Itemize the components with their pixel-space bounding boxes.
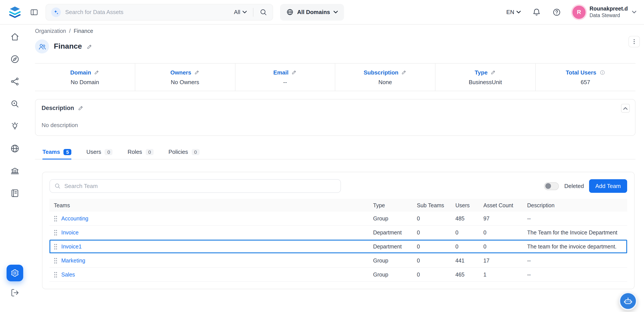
cell-type: Department bbox=[373, 243, 417, 250]
global-search-bar[interactable]: All bbox=[46, 4, 273, 20]
edit-email-icon[interactable] bbox=[292, 70, 297, 75]
teams-table: Teams Type Sub Teams Users Asset Count D… bbox=[50, 199, 627, 282]
edit-title-icon[interactable] bbox=[87, 44, 92, 49]
tab-roles-count: 0 bbox=[146, 149, 154, 155]
breadcrumb-separator: / bbox=[69, 28, 71, 34]
logout-icon[interactable] bbox=[10, 288, 19, 297]
divider bbox=[253, 8, 254, 17]
user-menu[interactable]: R Rounakpreet.d Data Steward bbox=[572, 6, 636, 19]
main-content: Organization / Finance Finance bbox=[30, 25, 644, 312]
teams-panel: Deleted Add Team Teams Type Sub Teams Us… bbox=[42, 172, 634, 289]
cell-description: -- bbox=[527, 257, 627, 264]
sidebar-toggle-icon[interactable] bbox=[30, 8, 38, 17]
title-row: Finance bbox=[35, 40, 635, 54]
search-scope-dropdown[interactable]: All bbox=[234, 9, 247, 15]
cell-users: 0 bbox=[455, 229, 484, 236]
team-search-box[interactable] bbox=[50, 179, 341, 193]
search-input[interactable] bbox=[65, 9, 230, 15]
info-owners-label: Owners bbox=[170, 69, 191, 76]
cell-asset-count: 1 bbox=[484, 271, 527, 278]
team-link[interactable]: Sales bbox=[61, 271, 75, 278]
table-row-invoice1-highlighted: Invoice1 Department 0 0 0 The team for t… bbox=[50, 240, 627, 254]
sidebar-settings-button[interactable] bbox=[6, 265, 23, 281]
sidebar-insights-icon[interactable] bbox=[10, 121, 20, 131]
tab-users-label: Users bbox=[86, 148, 101, 155]
info-type-value: BusinessUnit bbox=[469, 79, 502, 85]
help-icon[interactable] bbox=[552, 8, 561, 17]
sidebar-home-icon[interactable] bbox=[10, 32, 20, 42]
chatbot-button[interactable] bbox=[618, 292, 637, 310]
chevron-up-icon bbox=[623, 107, 627, 110]
domains-filter-button[interactable]: All Domains bbox=[280, 4, 344, 20]
info-type: Type BusinessUnit bbox=[436, 64, 536, 91]
cell-sub-teams: 0 bbox=[417, 215, 455, 222]
deleted-toggle-label: Deleted bbox=[564, 183, 584, 189]
breadcrumb-organization[interactable]: Organization bbox=[35, 28, 66, 34]
sidebar-govern-icon[interactable] bbox=[10, 166, 20, 176]
search-submit-icon[interactable] bbox=[260, 8, 268, 16]
tab-policies-label: Policies bbox=[168, 148, 188, 155]
info-subscription-value: None bbox=[378, 79, 392, 85]
table-row-accounting: Accounting Group 0 485 97 -- bbox=[50, 212, 627, 226]
info-email-label: Email bbox=[273, 69, 288, 76]
app-logo[interactable] bbox=[0, 5, 30, 19]
search-scope-label: All bbox=[234, 9, 240, 15]
cell-description: -- bbox=[527, 271, 627, 278]
drag-handle-icon[interactable] bbox=[54, 229, 57, 236]
team-avatar bbox=[35, 40, 49, 54]
info-owners: Owners No Owners bbox=[135, 64, 236, 91]
cell-description: The team for the invoice department. bbox=[527, 243, 627, 250]
sidebar-explore-icon[interactable] bbox=[10, 54, 20, 64]
edit-subscription-icon[interactable] bbox=[402, 70, 407, 75]
cell-sub-teams: 0 bbox=[417, 229, 455, 236]
info-total-users: Total Users 657 bbox=[536, 64, 636, 91]
manage-kebab-button[interactable] bbox=[628, 36, 640, 47]
drag-handle-icon[interactable] bbox=[54, 215, 57, 222]
topbar: All All Domains EN bbox=[0, 0, 644, 25]
edit-description-icon[interactable] bbox=[78, 105, 84, 111]
cell-type: Department bbox=[373, 229, 417, 236]
team-link[interactable]: Marketing bbox=[61, 257, 85, 264]
sidebar-domains-icon[interactable] bbox=[10, 144, 20, 153]
edit-type-icon[interactable] bbox=[490, 70, 496, 75]
team-search-input[interactable] bbox=[64, 183, 336, 189]
info-total-users-label: Total Users bbox=[566, 69, 596, 76]
description-card: Description No description bbox=[35, 99, 635, 136]
drag-handle-icon[interactable] bbox=[54, 271, 57, 278]
cell-users: 441 bbox=[455, 257, 484, 264]
sidebar-lineage-icon[interactable] bbox=[10, 77, 20, 86]
tab-users[interactable]: Users 0 bbox=[86, 145, 113, 159]
notifications-bell-icon[interactable] bbox=[532, 8, 541, 17]
drag-handle-icon[interactable] bbox=[54, 243, 57, 250]
description-text: No description bbox=[42, 122, 629, 128]
add-team-button[interactable]: Add Team bbox=[589, 179, 627, 193]
header-sub-teams: Sub Teams bbox=[417, 202, 455, 208]
info-owners-value: No Owners bbox=[171, 79, 199, 85]
info-domain: Domain No Domain bbox=[35, 64, 135, 91]
sidebar-glossary-icon[interactable] bbox=[10, 188, 20, 198]
tab-roles[interactable]: Roles 0 bbox=[128, 145, 154, 159]
team-link[interactable]: Accounting bbox=[61, 215, 88, 222]
globe-icon bbox=[286, 8, 294, 16]
edit-domain-icon[interactable] bbox=[94, 70, 99, 75]
app-root: All All Domains EN bbox=[0, 0, 644, 312]
info-email-value: -- bbox=[283, 79, 287, 85]
team-link[interactable]: Invoice1 bbox=[61, 243, 82, 250]
header-type: Type bbox=[373, 202, 417, 208]
tab-policies[interactable]: Policies 0 bbox=[168, 145, 200, 159]
deleted-toggle[interactable] bbox=[544, 182, 559, 190]
cell-asset-count: 17 bbox=[484, 257, 527, 264]
team-link[interactable]: Invoice bbox=[61, 229, 78, 236]
language-dropdown[interactable]: EN bbox=[506, 9, 521, 15]
table-row-invoice: Invoice Department 0 0 0 The Team for th… bbox=[50, 226, 627, 240]
edit-owners-icon[interactable] bbox=[194, 70, 200, 75]
info-domain-label: Domain bbox=[70, 69, 91, 76]
info-circle-icon bbox=[599, 69, 605, 75]
drag-handle-icon[interactable] bbox=[54, 257, 57, 264]
tab-teams[interactable]: Teams 5 bbox=[42, 145, 72, 159]
chevron-down-icon bbox=[632, 11, 636, 14]
info-email: Email -- bbox=[235, 64, 336, 91]
tab-teams-label: Teams bbox=[42, 148, 60, 155]
collapse-description-button[interactable] bbox=[621, 104, 630, 113]
sidebar-observability-icon[interactable] bbox=[10, 99, 20, 109]
